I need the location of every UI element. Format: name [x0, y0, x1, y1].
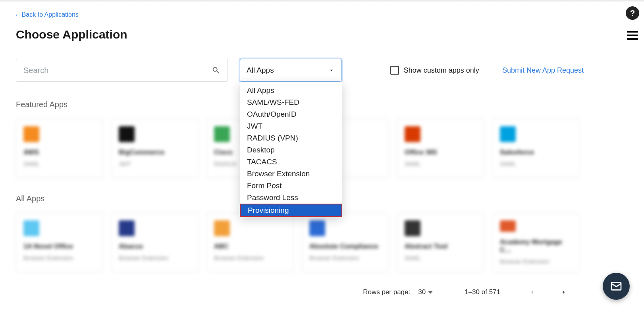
search-box[interactable] — [16, 59, 228, 82]
filter-option-form-post[interactable]: Form Post — [240, 180, 342, 192]
filter-selected-label: All Apps — [247, 66, 274, 75]
all-apps-grid: 1A Novel OfficeBrowser Extension AbacusB… — [16, 213, 584, 272]
chat-fab[interactable] — [603, 273, 630, 300]
submit-new-app-link[interactable]: Submit New App Request — [502, 66, 584, 75]
filter-option-radius[interactable]: RADIUS (VPN) — [240, 132, 342, 144]
app-card[interactable]: AbacusBrowser Extension — [111, 213, 199, 272]
show-custom-apps-checkbox[interactable]: Show custom apps only — [390, 66, 479, 75]
checkbox-icon — [390, 66, 399, 75]
triangle-down-icon — [428, 291, 433, 294]
custom-apps-label: Show custom apps only — [404, 66, 479, 75]
chevron-down-icon — [328, 67, 335, 73]
app-card[interactable]: Academy Mortgage C…Browser Extension — [492, 213, 580, 272]
rows-per-page-value: 30 — [418, 288, 426, 296]
app-card[interactable]: Abstract ToolSAML — [397, 213, 484, 272]
controls-row: All Apps All Apps SAML/WS-FED OAuth/Open… — [16, 59, 584, 82]
filter-dropdown: All Apps SAML/WS-FED OAuth/OpenID JWT RA… — [240, 82, 342, 217]
app-card[interactable]: ABCBrowser Extension — [206, 213, 294, 272]
rows-per-page-label: Rows per page: — [363, 288, 410, 296]
back-link-label: Back to Applications — [22, 11, 79, 18]
filter-option-oauth[interactable]: OAuth/OpenID — [240, 108, 342, 120]
filter-option-jwt[interactable]: JWT — [240, 120, 342, 132]
filter-select[interactable]: All Apps All Apps SAML/WS-FED OAuth/Open… — [240, 59, 341, 82]
filter-option-saml[interactable]: SAML/WS-FED — [240, 96, 342, 108]
filter-option-tacacs[interactable]: TACACS — [240, 156, 342, 168]
pagination-prev-button[interactable] — [528, 288, 536, 296]
rows-per-page-select[interactable]: 30 — [418, 288, 433, 296]
app-card[interactable]: 1A Novel OfficeBrowser Extension — [16, 213, 103, 272]
search-icon — [212, 66, 220, 75]
filter-option-all-apps[interactable]: All Apps — [240, 85, 342, 96]
right-rail: ? — [626, 6, 639, 40]
app-card[interactable]: SalesforceSAML — [492, 119, 580, 178]
menu-button[interactable] — [627, 31, 638, 40]
filter-option-password-less[interactable]: Password Less — [240, 192, 342, 204]
filter-option-provisioning[interactable]: Provisioning — [240, 204, 342, 217]
pagination-row: Rows per page: 30 1–30 of 571 — [16, 288, 584, 296]
pagination-next-button[interactable] — [560, 288, 568, 296]
page-title: Choose Application — [16, 28, 584, 41]
chevron-left-icon: ‹ — [16, 12, 18, 18]
mail-icon — [610, 280, 623, 293]
app-card[interactable]: Absolute ComplianceBrowser Extension — [302, 213, 389, 272]
pagination-range: 1–30 of 571 — [465, 288, 500, 296]
back-to-applications-link[interactable]: ‹ Back to Applications — [16, 11, 584, 18]
app-card[interactable]: Office 365SAML — [397, 119, 484, 178]
filter-option-browser-ext[interactable]: Browser Extension — [240, 168, 342, 180]
search-input[interactable] — [23, 66, 212, 75]
app-card[interactable]: AWSSAML — [16, 119, 103, 178]
filter-option-desktop[interactable]: Desktop — [240, 144, 342, 156]
app-card[interactable]: BigCommerceJWT — [111, 119, 199, 178]
help-button[interactable]: ? — [626, 6, 639, 20]
